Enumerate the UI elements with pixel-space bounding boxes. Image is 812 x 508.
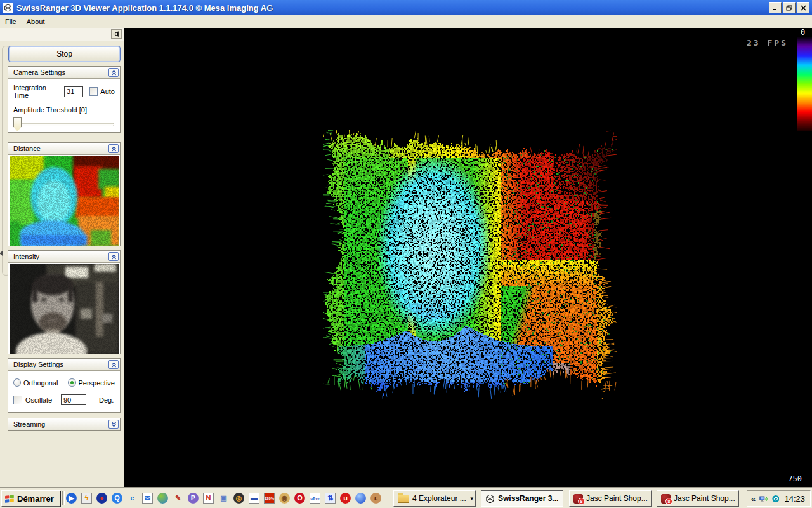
winamp-icon[interactable]: ϟ xyxy=(81,493,92,504)
distance-image xyxy=(10,156,119,246)
minimize-button[interactable] xyxy=(769,2,782,13)
system-tray: « 14:23 xyxy=(747,490,811,507)
computer-icon[interactable]: ▣ xyxy=(218,493,229,504)
tray-collapse-icon[interactable]: « xyxy=(751,494,756,504)
auto-label: Auto xyxy=(100,88,115,95)
u-red-icon[interactable]: u xyxy=(340,493,351,504)
display-settings-section: Display Settings Orthogonal Perspective … xyxy=(8,358,121,413)
oscillate-label: Oscillate xyxy=(25,396,53,404)
taskbar-button-label: SwissRanger 3... xyxy=(498,494,558,503)
emule-icon[interactable]: ε xyxy=(370,493,381,504)
collapse-up-icon[interactable] xyxy=(108,144,119,153)
start-label: Démarrer xyxy=(17,494,54,504)
intensity-title: Intensity xyxy=(13,253,108,260)
taskbar-button-paintshop-2[interactable]: 8 Jasc Paint Shop... xyxy=(657,490,739,507)
paintshop-icon: 8 xyxy=(573,494,583,504)
notetab-icon[interactable]: N xyxy=(203,493,214,504)
desktop-screen: SwissRanger 3D Viewer Application 1.1.17… xyxy=(0,0,812,508)
slider-thumb[interactable] xyxy=(13,117,22,131)
amplitude-threshold-slider[interactable] xyxy=(13,117,115,131)
control-panel: Stop Camera Settings Integration Time Au… xyxy=(0,28,124,488)
perspective-radio[interactable] xyxy=(68,378,75,387)
taskbar-button-label: Jasc Paint Shop... xyxy=(586,494,648,503)
window-controls xyxy=(769,2,809,13)
auto-checkbox[interactable] xyxy=(89,87,98,96)
degrees-label: Deg. xyxy=(99,396,114,404)
chevron-down-icon: ▼ xyxy=(469,496,475,502)
depth-colorbar xyxy=(797,37,812,131)
display-settings-title: Display Settings xyxy=(13,361,108,368)
network-icon[interactable] xyxy=(759,494,768,504)
tray-clock: 14:23 xyxy=(784,494,805,504)
paint-palette-icon[interactable]: ◉ xyxy=(279,493,290,504)
quicktime-icon[interactable]: Q xyxy=(112,493,122,504)
collapse-arrow-icon[interactable] xyxy=(0,251,3,256)
menu-file[interactable]: File xyxy=(0,17,22,27)
camera-settings-section: Camera Settings Integration Time Auto Am… xyxy=(8,66,121,133)
zoom-120-icon[interactable]: 120% xyxy=(264,493,275,504)
streaming-section: Streaming xyxy=(8,418,121,431)
integration-time-label: Integration Time xyxy=(13,84,60,99)
oscillate-degrees-input[interactable] xyxy=(61,394,86,405)
camera-settings-header[interactable]: Camera Settings xyxy=(8,67,120,79)
collapse-up-icon[interactable] xyxy=(108,68,119,77)
fps-counter: 23 FPS xyxy=(747,38,788,48)
distance-section: Distance xyxy=(8,142,121,246)
start-button[interactable]: Démarrer xyxy=(1,490,60,507)
display-settings-header[interactable]: Display Settings xyxy=(8,359,120,371)
orthogonal-radio[interactable] xyxy=(13,378,21,387)
titlebar: SwissRanger 3D Viewer Application 1.1.17… xyxy=(0,0,812,15)
swissranger-icon xyxy=(485,494,495,504)
expand-down-icon[interactable] xyxy=(108,420,119,429)
camera-settings-title: Camera Settings xyxy=(13,69,108,76)
intensity-header[interactable]: Intensity xyxy=(8,251,120,263)
taskbar-divider xyxy=(62,491,65,505)
menubar: File About xyxy=(0,15,812,28)
perspective-label: Perspective xyxy=(79,379,115,387)
point-cloud-canvas[interactable] xyxy=(323,130,617,399)
taskbar-button-paintshop-1[interactable]: 8 Jasc Paint Shop... xyxy=(569,490,652,507)
restore-button[interactable] xyxy=(783,2,796,13)
3d-viewport[interactable]: 23 FPS 0 750 xyxy=(124,28,812,488)
blue-sphere-icon[interactable] xyxy=(355,493,366,504)
ueye-icon[interactable]: uEye xyxy=(310,493,320,504)
dock-toolbar xyxy=(0,28,124,41)
distance-header[interactable]: Distance xyxy=(8,143,120,155)
collapse-up-icon[interactable] xyxy=(108,252,119,261)
swissranger-app-icon xyxy=(3,3,13,13)
signature-pen-icon[interactable]: ✎ xyxy=(173,493,183,504)
taskbar-divider xyxy=(386,491,388,505)
internet-explorer-icon[interactable]: e xyxy=(127,493,138,504)
pin-icon[interactable] xyxy=(111,29,122,39)
streaming-title: Streaming xyxy=(13,420,108,428)
collapse-up-icon[interactable] xyxy=(108,360,119,369)
quick-launch-bar: ▶ϟ●Qe✉✎PN▣◎▬120%◉OuEye⇅uε xyxy=(66,493,381,504)
close-button[interactable] xyxy=(797,2,809,13)
cd-burner-icon[interactable]: ◎ xyxy=(233,493,244,504)
slider-track xyxy=(14,123,114,126)
messenger-icon[interactable]: P xyxy=(188,493,199,504)
orthogonal-label: Orthogonal xyxy=(23,379,59,387)
folder-icon xyxy=(398,495,409,503)
colorbar-max-label: 750 xyxy=(788,474,802,483)
taskbar-button-swissranger[interactable]: SwissRanger 3... xyxy=(481,490,563,507)
taskbar-button-explorer[interactable]: 4 Explorateur ... ▼ xyxy=(393,490,476,507)
stop-button[interactable]: Stop xyxy=(8,46,121,62)
outlook-express-icon[interactable]: ✉ xyxy=(142,493,153,504)
window-title: SwissRanger 3D Viewer Application 1.1.17… xyxy=(16,3,273,13)
streaming-header[interactable]: Streaming xyxy=(8,418,120,430)
msn-explorer-icon[interactable] xyxy=(157,493,168,504)
taskbar-button-label: 4 Explorateur ... xyxy=(412,494,466,503)
console-window-icon[interactable]: ▬ xyxy=(249,493,259,504)
opera-icon[interactable]: O xyxy=(294,493,305,504)
windows-flag-icon xyxy=(4,494,15,504)
realplayer-icon[interactable]: ● xyxy=(96,493,107,504)
media-player-icon[interactable]: ▶ xyxy=(66,493,77,504)
menu-about[interactable]: About xyxy=(22,17,50,27)
sync-tray-icon[interactable] xyxy=(772,494,780,504)
colorbar-min-label: 0 xyxy=(801,28,805,37)
intensity-section: Intensity xyxy=(8,250,121,354)
oscillate-checkbox[interactable] xyxy=(13,396,22,404)
ftp-icon[interactable]: ⇅ xyxy=(325,493,336,504)
integration-time-input[interactable] xyxy=(64,86,83,97)
